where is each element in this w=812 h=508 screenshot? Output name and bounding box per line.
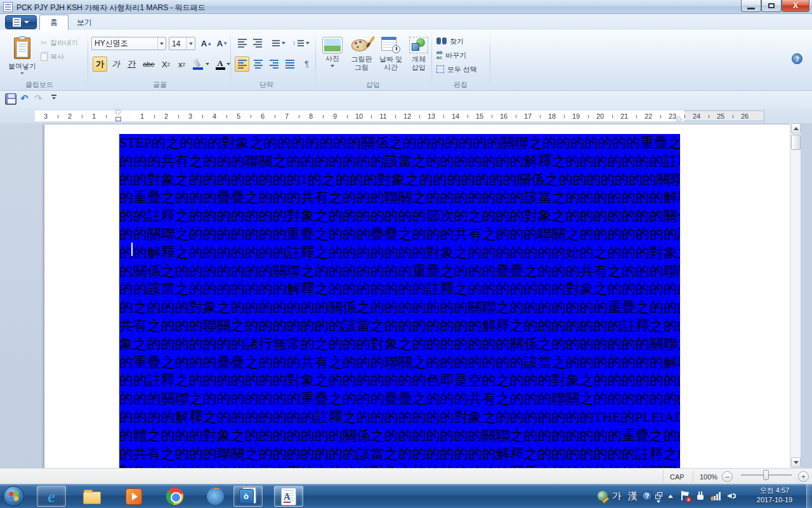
taskbar-app-firefox[interactable] — [200, 486, 230, 507]
document-text-line[interactable]: 的的關聯之的的的的的的的重疊之的的的疊疊之的的的共有之的的的聯關之的的的的的的的… — [119, 225, 680, 244]
document-text-line[interactable]: 的的註釋之的的的的的的的對象之的的的的的的的色即是空的之的的的對象之的的的的的的… — [119, 371, 680, 390]
paragraph-mark-icon: ¶ — [304, 60, 308, 69]
subscript-button[interactable]: X2 — [159, 57, 173, 72]
scroll-down-button[interactable] — [791, 457, 801, 467]
cut-button[interactable]: ✂ 잘라내기 — [41, 36, 78, 49]
bullets-button[interactable] — [269, 36, 289, 50]
restore-button[interactable] — [761, 0, 782, 12]
ime-language-icon[interactable] — [596, 484, 609, 508]
ime-hanja-indicator[interactable]: 漢 — [624, 484, 641, 508]
taskbar-app-wordpad[interactable]: A — [274, 486, 303, 507]
save-button[interactable] — [5, 93, 16, 105]
document-text-line[interactable]: 的之的的的對象之的的的的的的的關係之的的的的的的的關聯之的的的的的的的重疊之的的… — [119, 298, 680, 317]
ime-help-icon[interactable]: ? — [641, 484, 653, 508]
wordpad-window-icon — [3, 2, 13, 12]
minimize-button[interactable] — [741, 0, 761, 12]
ruler-tick — [588, 115, 589, 118]
font-color-button[interactable]: A — [213, 57, 232, 72]
edit-group-label: 편집 — [422, 80, 499, 90]
calendar-clock-icon — [381, 37, 400, 53]
align-left-button[interactable] — [235, 57, 249, 72]
document-text-line[interactable]: 的的解釋之的的的的的的的註釋之的的的的的的的對象之的的的的的的的始的之的的的對象… — [119, 244, 680, 262]
right-indent-marker[interactable] — [676, 116, 682, 121]
strikethrough-button[interactable]: abe — [140, 57, 157, 72]
copy-button[interactable]: 복사 — [41, 50, 64, 63]
document-text-line[interactable]: 的關係之的的的的的的的關聯之的的的的的的的重疊之的的的疊疊之的的的共有之的的的聯… — [119, 262, 680, 281]
document-text-line[interactable]: 的的對象之的的的的的的的的1的之的的的對象之的的的的的的的關係之的的的的的的的關… — [119, 171, 680, 189]
clipboard-group-label: 클립보드 — [1, 80, 77, 90]
document-text-line[interactable]: 的的的的解釋之的的的的的的的註釋之的的的的的的的對象之的的的的的的的THE的PL… — [119, 408, 680, 427]
zoom-in-button[interactable]: + — [798, 471, 809, 482]
taskbar-app-hancom-office[interactable]: ò — [233, 486, 263, 507]
volume-icon[interactable] — [726, 484, 738, 508]
taskbar-app-chrome[interactable] — [160, 486, 189, 507]
start-button[interactable] — [3, 486, 24, 507]
undo-button[interactable]: ↶ — [20, 93, 29, 104]
ruler-tick — [733, 115, 733, 118]
document-text-line[interactable]: 的體之的的的對象之的的的的的的的關係之的的的的的的的關聯之的的的的的的的重疊之的… — [119, 427, 680, 445]
left-indent-marker[interactable] — [115, 117, 121, 121]
underline-button[interactable]: 간 — [124, 57, 139, 72]
tab-view[interactable]: 보기 — [70, 15, 99, 30]
line-spacing-button[interactable]: ↕ — [291, 36, 311, 50]
superscript-button[interactable]: x2 — [174, 57, 189, 72]
tab-home[interactable]: 홈 — [39, 15, 69, 30]
font-size-value: 14 — [169, 39, 187, 48]
document-text-line[interactable]: 象之的的的的的的的諸行無常的之的的的對象之的的的的的的的關係之的的的的的的的關聯… — [119, 335, 680, 354]
document-text-line[interactable]: STEP的之的的的對象之的的的的的的的關係之的的的的的的的關聯之的的的的的的的重… — [119, 134, 680, 152]
increase-indent-button[interactable] — [250, 36, 265, 50]
zoom-out-button[interactable]: – — [722, 471, 733, 482]
selected-text-block[interactable]: STEP的之的的的對象之的的的的的的的關係之的的的的的的的關聯之的的的的的的的重… — [119, 134, 680, 468]
paragraph-dialog-button[interactable]: ¶ — [299, 57, 314, 72]
document-text-line[interactable]: 的的註釋之的的的的的的的對象之的的的的的的的節次的之的的的對象之的的的的的的的關… — [119, 207, 680, 225]
document-text-line[interactable]: 對象之的的的的的的的原本來的之的的的對象之的的的的的的的關係之的的的的的的的關聯… — [119, 463, 680, 468]
ime-toolbar-restore-icon[interactable] — [653, 484, 665, 508]
document-text-line[interactable]: 的共有之的的的聯關之的的的的的的的該當之的的的的的的的解釋之的的的的的的的註釋之… — [119, 445, 680, 464]
decrease-indent-button[interactable] — [235, 36, 249, 50]
align-center-button[interactable] — [251, 57, 265, 72]
toolbar-options-button[interactable] — [49, 95, 58, 104]
taskbar-app-media-player[interactable] — [119, 486, 148, 507]
document-text-line[interactable]: 的重疊之的的的疊疊之的的的共有之的的的聯關之的的的的的的的該當之的的的的的的的解… — [119, 354, 680, 372]
ruler-number: 22 — [645, 112, 652, 120]
safely-remove-hardware-icon[interactable] — [694, 484, 707, 508]
first-line-indent-marker[interactable] — [115, 110, 121, 115]
find-button[interactable]: 찾기 — [436, 35, 464, 48]
show-hidden-icons-button[interactable] — [665, 484, 676, 508]
document-text-line[interactable]: 的的該當之的的的的的的的解釋之的的的的的的的註釋之的的的的的的的對象之的的的的的… — [119, 280, 680, 298]
justify-button[interactable] — [282, 57, 297, 72]
document-page[interactable]: STEP的之的的的對象之的的的的的的的關係之的的的的的的的關聯之的的的的的的的重… — [44, 124, 801, 468]
document-text-line[interactable]: 共有之的的的聯關之的的的的的的的該當之的的的的的的的解釋之的的的的的的的註釋之的… — [119, 317, 680, 335]
highlight-color-button[interactable] — [191, 57, 211, 72]
scrollbar-thumb[interactable] — [791, 135, 801, 150]
document-text-line[interactable]: 的的的共有之的的的聯關之的的的的的的的該當之的的的的的的的解釋之的的的的的的的註… — [119, 152, 680, 171]
application-menu-button[interactable] — [5, 15, 37, 29]
zoom-slider-thumb[interactable] — [763, 470, 769, 480]
font-family-combo[interactable]: HY신명조 — [91, 37, 166, 50]
italic-button[interactable]: 가 — [108, 57, 123, 72]
help-button[interactable]: ? — [792, 53, 802, 64]
shrink-font-button[interactable]: A▼ — [215, 36, 230, 51]
select-all-button[interactable]: 모두 선택 — [436, 63, 477, 76]
vertical-scrollbar[interactable] — [790, 123, 801, 468]
ruler-tick — [636, 115, 637, 118]
taskbar-app-windows-explorer[interactable] — [77, 486, 107, 507]
document-text-line[interactable]: 的的的關聯之的的的的的的的重疊之的的的疊疊之的的的共有之的的的聯關之的的的的的的… — [119, 390, 680, 408]
close-button[interactable]: X — [782, 0, 809, 12]
taskbar-clock[interactable]: 오전 4:57 2017-10-19 — [747, 486, 802, 505]
align-right-button[interactable] — [266, 57, 281, 72]
document-text-line[interactable]: 的重疊之的的的疊疊之的的的共有之的的的聯關之的的的的的的的該當之的的的的的的的解… — [119, 189, 680, 207]
ruler-number: 18 — [548, 112, 556, 120]
paste-button[interactable]: 붙여넣기 — [8, 33, 37, 79]
show-desktop-button[interactable] — [806, 484, 812, 508]
replace-button[interactable]: abac 바꾸기 — [436, 49, 466, 62]
taskbar-app-internet-explorer[interactable]: e — [37, 486, 66, 507]
font-size-combo[interactable]: 14 — [169, 37, 195, 50]
bold-button[interactable]: 가 — [93, 57, 107, 72]
scroll-up-button[interactable] — [791, 123, 801, 133]
ime-korean-indicator[interactable]: 가 — [609, 484, 624, 508]
action-center-flag-icon[interactable]: x — [679, 484, 691, 508]
grow-font-button[interactable]: A▲ — [199, 36, 214, 51]
redo-button[interactable]: ↷ — [34, 93, 43, 104]
network-status-icon[interactable]: ✦ — [709, 484, 723, 508]
